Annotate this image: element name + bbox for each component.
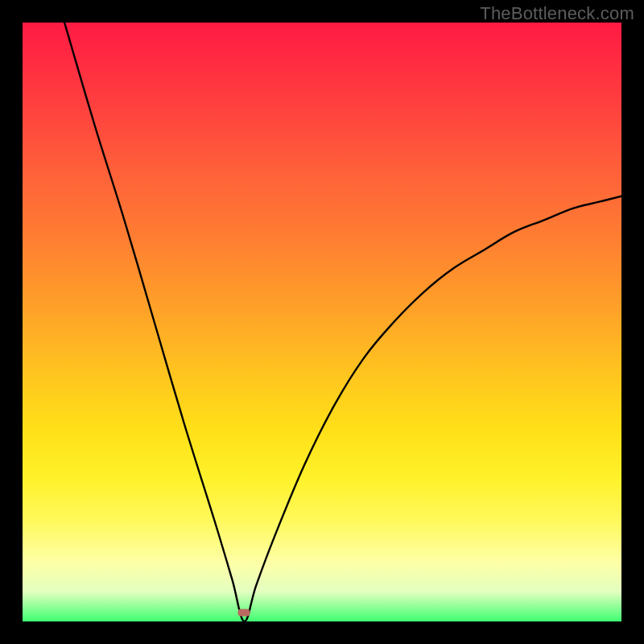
watermark-text: TheBottleneck.com [480,3,634,24]
dip-marker [238,609,250,616]
gradient-plot-area [23,23,621,621]
chart-frame: TheBottleneck.com [0,0,644,644]
